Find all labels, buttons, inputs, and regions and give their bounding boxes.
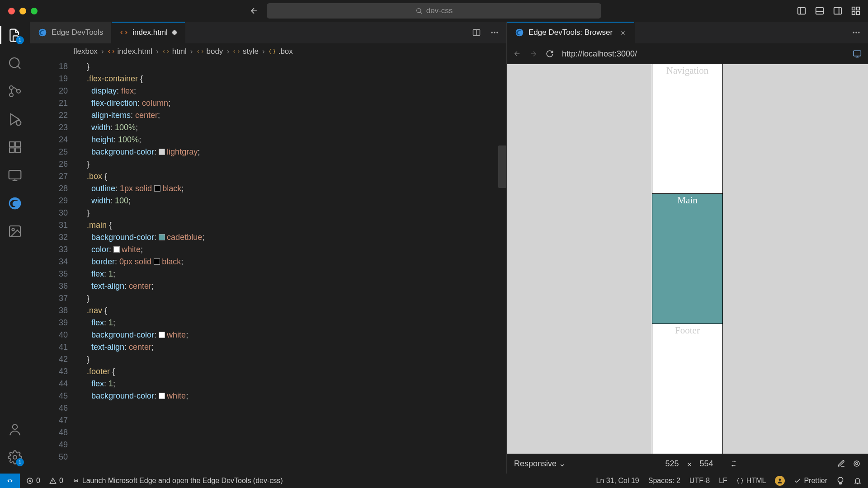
errors-item[interactable]: 0: [26, 477, 40, 485]
url-text[interactable]: http://localhost:3000/: [562, 49, 844, 59]
preview-stack: Navigation Main Footer: [652, 64, 722, 454]
person-icon: [777, 478, 783, 484]
split-editor-icon[interactable]: [472, 28, 481, 37]
editor-region: Edge DevTools index.html flexbox› index.…: [30, 22, 506, 474]
tab-edge-devtools[interactable]: Edge DevTools: [30, 22, 112, 43]
back-icon[interactable]: [250, 6, 259, 15]
tab-devtools-browser[interactable]: Edge DevTools: Browser: [507, 22, 635, 43]
feedback-icon[interactable]: [836, 477, 844, 485]
more-actions-icon[interactable]: [490, 28, 499, 37]
tag-icon: [162, 48, 170, 55]
chevron-down-icon: ⌄: [559, 459, 566, 468]
indentation[interactable]: Spaces: 2: [648, 477, 680, 485]
devtools-panel: Edge DevTools: Browser http://localhost:…: [506, 22, 868, 474]
main-area: 1 1 Edge DevTools index.html: [0, 22, 868, 474]
editor-body[interactable]: 1819202122232425262728293031323334353637…: [30, 60, 506, 474]
svg-rect-5: [857, 7, 859, 10]
svg-point-25: [491, 32, 493, 33]
svg-point-0: [416, 9, 420, 13]
edge-devtools-activity-icon[interactable]: [8, 196, 22, 211]
language-mode[interactable]: HTML: [736, 477, 766, 485]
preview-main: Main: [652, 194, 722, 324]
status-left: 0 0 Launch Microsoft Edge and open the E…: [20, 477, 289, 485]
svg-point-11: [17, 89, 20, 93]
svg-rect-16: [15, 142, 20, 147]
status-right: Ln 31, Col 19 Spaces: 2 UTF-8 LF HTML Pr…: [590, 476, 868, 486]
svg-rect-2: [816, 8, 824, 14]
remote-indicator[interactable]: [0, 474, 20, 488]
breadcrumb-item: body: [197, 47, 223, 56]
target-icon[interactable]: [853, 460, 861, 468]
copilot-badge[interactable]: [775, 476, 785, 486]
editor-actions: [472, 22, 506, 43]
accounts-icon[interactable]: [8, 422, 22, 436]
scrollbar-thumb[interactable]: [498, 145, 506, 188]
svg-point-27: [496, 32, 498, 33]
svg-point-33: [854, 461, 859, 466]
remote-icon: [6, 477, 14, 485]
search-activity-icon[interactable]: [8, 56, 22, 70]
viewport-height[interactable]: 554: [700, 459, 713, 469]
launch-item[interactable]: Launch Microsoft Edge and open the Edge …: [72, 477, 283, 485]
breadcrumb-item: flexbox: [73, 47, 98, 56]
tag-icon: [233, 48, 240, 55]
devtools-address-bar: http://localhost:3000/: [507, 43, 868, 64]
responsive-mode[interactable]: Responsive ⌄: [514, 459, 566, 469]
settings-gear-icon[interactable]: 1: [8, 450, 22, 465]
open-devtools-icon[interactable]: [853, 49, 862, 58]
minimize-window-button[interactable]: [19, 8, 26, 14]
extensions-icon[interactable]: [8, 140, 22, 155]
svg-point-29: [853, 32, 854, 33]
error-icon: [26, 477, 33, 484]
toggle-primary-sidebar-icon[interactable]: [797, 6, 807, 16]
prettier-item[interactable]: Prettier: [794, 477, 827, 485]
code-content[interactable]: } .flex-container { display: flex; flex-…: [78, 60, 506, 474]
window-controls: [8, 8, 38, 14]
svg-point-22: [13, 455, 17, 459]
breadcrumb-item: style: [233, 47, 259, 56]
bell-icon[interactable]: [854, 477, 862, 485]
layout-controls: [797, 6, 861, 16]
breadcrumb-item: html: [162, 47, 187, 56]
toggle-secondary-sidebar-icon[interactable]: [833, 6, 843, 16]
customize-layout-icon[interactable]: [851, 6, 861, 16]
toggle-panel-icon[interactable]: [815, 6, 825, 16]
maximize-window-button[interactable]: [31, 8, 38, 14]
warnings-item[interactable]: 0: [49, 477, 63, 485]
command-center-search[interactable]: dev-css: [267, 3, 601, 19]
warning-icon: [49, 477, 57, 484]
search-text: dev-css: [426, 6, 453, 15]
source-control-icon[interactable]: [8, 84, 22, 99]
close-window-button[interactable]: [8, 8, 15, 14]
svg-rect-15: [15, 148, 20, 153]
swap-dimensions-icon[interactable]: [730, 460, 738, 468]
svg-point-37: [779, 479, 781, 481]
reload-icon[interactable]: [546, 50, 554, 58]
svg-point-10: [9, 93, 13, 97]
explorer-icon[interactable]: 1: [8, 28, 22, 42]
check-icon: [794, 477, 801, 484]
edit-icon[interactable]: [837, 460, 845, 468]
activity-bar: 1 1: [0, 22, 30, 474]
image-activity-icon[interactable]: [8, 224, 22, 239]
breadcrumb[interactable]: flexbox› index.html› html› body› style› …: [30, 43, 506, 60]
viewport-width[interactable]: 525: [665, 459, 679, 469]
svg-point-31: [858, 32, 859, 33]
remote-explorer-icon[interactable]: [8, 168, 22, 183]
svg-point-26: [494, 32, 495, 33]
close-tab-icon[interactable]: [620, 29, 626, 36]
broadcast-icon: [72, 477, 80, 484]
browser-forward-icon[interactable]: [529, 50, 538, 58]
more-actions-icon[interactable]: [852, 28, 861, 37]
run-debug-icon[interactable]: [8, 112, 22, 127]
cursor-position[interactable]: Ln 31, Col 19: [596, 477, 639, 485]
eol[interactable]: LF: [719, 477, 727, 485]
tab-index-html[interactable]: index.html: [112, 22, 185, 43]
browser-back-icon[interactable]: [513, 50, 521, 58]
svg-point-12: [16, 121, 21, 126]
braces-icon: [736, 477, 744, 484]
edge-icon: [515, 28, 524, 37]
encoding[interactable]: UTF-8: [689, 477, 710, 485]
close-icon[interactable]: [686, 460, 693, 467]
svg-point-30: [855, 32, 857, 33]
